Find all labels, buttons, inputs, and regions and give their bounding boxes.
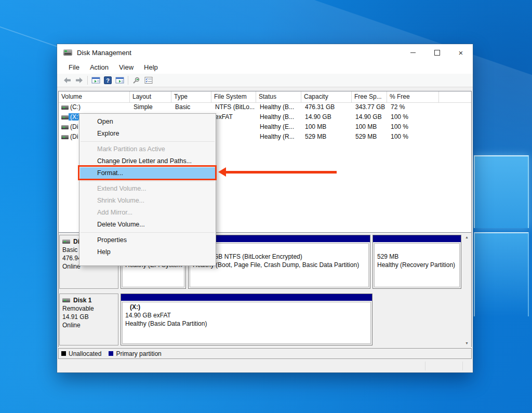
- context-menu-item-shrink-volume: Shrink Volume...: [79, 195, 216, 207]
- title-bar: Disk Management ×: [57, 44, 473, 61]
- partition-status: Healthy (Boot, Page File, Crash Dump, Ba…: [193, 261, 366, 269]
- disk-management-app-icon: [63, 49, 72, 56]
- column-header-status[interactable]: Status: [256, 91, 301, 102]
- context-menu-item-properties[interactable]: Properties: [79, 234, 216, 246]
- menu-view[interactable]: View: [114, 63, 139, 71]
- help-icon[interactable]: ?: [102, 75, 114, 86]
- column-header-free-space[interactable]: Free Sp...: [352, 91, 387, 102]
- volume-capacity: 476.31 GB: [305, 103, 335, 111]
- context-menu-item-mark-partition-active: Mark Partition as Active: [79, 143, 216, 155]
- volume-status: Healthy (R...: [260, 133, 295, 140]
- unallocated-color-swatch: [61, 351, 66, 356]
- format-annotation-box: [78, 165, 217, 180]
- maximize-button[interactable]: [425, 44, 449, 61]
- legend-bar: Unallocated Primary partition: [58, 348, 472, 359]
- volume-row-c[interactable]: (C:) Simple Basic NTFS (BitLo... Healthy…: [59, 102, 471, 112]
- volume-name: (Di: [70, 123, 78, 130]
- volume-capacity: 100 MB: [305, 123, 326, 130]
- menu-bar: File Action View Help: [57, 61, 473, 74]
- column-header-layout[interactable]: Layout: [130, 91, 171, 102]
- partition-size: 14.90 GB exFAT: [125, 311, 368, 319]
- primary-partition-color-bar: [121, 294, 372, 301]
- disk-1-info[interactable]: Disk 1 Removable 14.91 GB Online: [59, 294, 118, 345]
- volume-icon: [61, 105, 69, 110]
- volume-free-space: 100 MB: [355, 123, 377, 130]
- maximize-icon: [434, 50, 440, 56]
- context-menu-item-open[interactable]: Open: [79, 116, 216, 128]
- volume-pct-free: 100 %: [391, 133, 408, 140]
- partition-x-drive[interactable]: (X:) 14.90 GB exFAT Healthy (Basic Data …: [121, 294, 373, 345]
- partition-size: 476.31 GB NTFS (BitLocker Encrypted): [193, 252, 366, 261]
- column-header-volume[interactable]: Volume: [59, 91, 130, 102]
- column-header-capacity[interactable]: Capacity: [301, 91, 352, 102]
- properties-checklist-icon[interactable]: [142, 75, 154, 86]
- context-menu-item-explore[interactable]: Explore: [79, 128, 216, 140]
- volume-icon: [61, 115, 69, 119]
- svg-text:?: ?: [106, 77, 110, 84]
- volume-name: (C:): [70, 103, 81, 111]
- partition-size: 529 MB: [377, 252, 457, 261]
- window-controls: ×: [401, 44, 473, 61]
- vertical-scrollbar[interactable]: ▲ ▼: [463, 233, 471, 347]
- volume-layout: Simple: [134, 103, 153, 111]
- volume-free-space: 343.77 GB: [355, 103, 385, 111]
- volume-name: (Di: [70, 133, 78, 140]
- context-menu-item-help[interactable]: Help: [79, 246, 216, 258]
- primary-partition-color-swatch: [109, 351, 113, 356]
- desktop: Disk Management × File Action View Help: [0, 0, 532, 413]
- volume-file-system: exFAT: [215, 113, 233, 121]
- partition-status: Healthy (Basic Data Partition): [125, 319, 368, 328]
- volume-pct-free: 100 %: [391, 113, 408, 121]
- console-tree-icon[interactable]: [90, 75, 102, 86]
- column-header-type[interactable]: Type: [171, 91, 211, 102]
- disk-management-window: Disk Management × File Action View Help: [57, 44, 473, 372]
- toolbar-separator: [87, 76, 88, 85]
- volume-pct-free: 72 %: [391, 103, 405, 111]
- column-header-file-system[interactable]: File System: [211, 91, 256, 102]
- disk-name: Disk 1: [73, 296, 91, 304]
- minimize-button[interactable]: [401, 44, 425, 61]
- status-bar: [57, 359, 473, 372]
- context-menu-item-extend-volume: Extend Volume...: [79, 183, 216, 195]
- rescan-icon[interactable]: [130, 75, 142, 86]
- volume-free-space: 529 MB: [355, 133, 377, 140]
- volume-status: Healthy (B...: [260, 113, 294, 121]
- back-icon[interactable]: [61, 75, 73, 86]
- scroll-down-icon[interactable]: ▼: [463, 339, 471, 347]
- menu-help[interactable]: Help: [139, 63, 163, 71]
- legend-primary-partition-label: Primary partition: [116, 350, 161, 357]
- volume-file-system: NTFS (BitLo...: [215, 103, 255, 111]
- volume-type: Basic: [175, 103, 190, 111]
- forward-icon[interactable]: [73, 75, 85, 86]
- primary-partition-color-bar: [373, 235, 461, 242]
- menu-action[interactable]: Action: [85, 63, 114, 71]
- partition-recovery[interactable]: 529 MB Healthy (Recovery Partition): [373, 235, 461, 289]
- menu-separator: [81, 141, 215, 142]
- volume-capacity: 529 MB: [305, 133, 326, 140]
- context-menu: Open Explore Mark Partition as Active Ch…: [79, 113, 216, 266]
- format-annotation-arrow-head: [218, 167, 226, 177]
- close-button[interactable]: ×: [449, 44, 473, 61]
- partition-label: (X:): [125, 303, 368, 311]
- volume-icon: [61, 125, 69, 129]
- action-pane-icon[interactable]: [114, 75, 126, 86]
- column-header-pct-free[interactable]: % Free: [387, 91, 439, 102]
- disk-status: Online: [62, 321, 117, 329]
- volume-icon: [61, 135, 69, 139]
- menu-separator: [81, 232, 215, 233]
- menu-file[interactable]: File: [63, 63, 85, 71]
- status-bar-separator: [462, 362, 463, 370]
- context-menu-item-delete-volume[interactable]: Delete Volume...: [79, 219, 216, 231]
- status-bar-separator: [425, 362, 425, 370]
- minimize-icon: [410, 52, 416, 53]
- volume-status: Healthy (E...: [260, 123, 294, 130]
- volume-capacity: 14.90 GB: [305, 113, 331, 121]
- scroll-up-icon[interactable]: ▲: [463, 233, 471, 241]
- volume-free-space: 14.90 GB: [355, 113, 382, 121]
- window-title: Disk Management: [77, 49, 131, 57]
- toolbar-separator: [128, 76, 128, 85]
- windows-logo-pane-bottom: [474, 232, 529, 316]
- disk-kind: Removable: [62, 304, 117, 313]
- volume-list-header: Volume Layout Type File System Status Ca…: [59, 91, 471, 103]
- column-header-empty[interactable]: [439, 91, 471, 102]
